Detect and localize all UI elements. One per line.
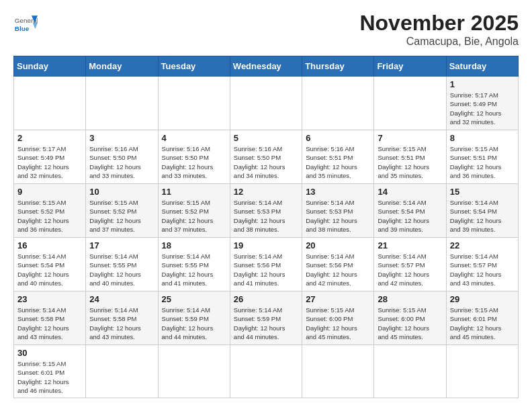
svg-text:Blue: Blue: [15, 25, 30, 32]
calendar-day-cell: 5Sunrise: 5:16 AM Sunset: 5:50 PM Daylig…: [230, 130, 302, 184]
day-info: Sunrise: 5:14 AM Sunset: 5:57 PM Dayligh…: [378, 252, 442, 287]
calendar-day-cell: 23Sunrise: 5:14 AM Sunset: 5:58 PM Dayli…: [14, 291, 86, 345]
calendar-week-row: 9Sunrise: 5:15 AM Sunset: 5:52 PM Daylig…: [14, 184, 519, 238]
day-number: 16: [17, 240, 82, 250]
day-number: 10: [89, 187, 154, 197]
calendar-day-cell: 14Sunrise: 5:14 AM Sunset: 5:54 PM Dayli…: [374, 184, 446, 238]
calendar-day-cell: 28Sunrise: 5:15 AM Sunset: 6:00 PM Dayli…: [374, 291, 446, 345]
day-number: 22: [450, 240, 515, 250]
month-year-title: November 2025: [359, 11, 519, 36]
day-info: Sunrise: 5:14 AM Sunset: 5:56 PM Dayligh…: [306, 252, 370, 287]
day-number: 3: [89, 133, 154, 143]
calendar-day-cell: 8Sunrise: 5:15 AM Sunset: 5:51 PM Daylig…: [446, 130, 518, 184]
calendar-day-cell: [14, 77, 86, 130]
calendar-day-cell: 17Sunrise: 5:14 AM Sunset: 5:55 PM Dayli…: [86, 238, 158, 291]
title-block: November 2025 Camacupa, Bie, Angola: [359, 11, 519, 48]
calendar-day-cell: 19Sunrise: 5:14 AM Sunset: 5:56 PM Dayli…: [230, 238, 302, 291]
day-info: Sunrise: 5:14 AM Sunset: 5:55 PM Dayligh…: [89, 252, 154, 287]
day-number: 23: [17, 294, 82, 304]
day-number: 11: [162, 187, 226, 197]
day-number: 19: [234, 240, 298, 250]
day-number: 1: [450, 79, 515, 89]
day-number: 5: [234, 133, 298, 143]
weekday-header-tuesday: Tuesday: [158, 56, 230, 77]
calendar-day-cell: [158, 345, 230, 398]
weekday-header-monday: Monday: [86, 56, 158, 77]
day-number: 21: [378, 240, 442, 250]
calendar-day-cell: 27Sunrise: 5:15 AM Sunset: 6:00 PM Dayli…: [302, 291, 374, 345]
day-info: Sunrise: 5:15 AM Sunset: 6:00 PM Dayligh…: [378, 306, 442, 341]
day-number: 7: [378, 133, 442, 143]
day-info: Sunrise: 5:14 AM Sunset: 5:54 PM Dayligh…: [17, 252, 82, 287]
day-number: 9: [17, 187, 82, 197]
calendar-week-row: 16Sunrise: 5:14 AM Sunset: 5:54 PM Dayli…: [14, 238, 519, 291]
day-info: Sunrise: 5:15 AM Sunset: 6:01 PM Dayligh…: [17, 359, 82, 395]
calendar-day-cell: [230, 77, 302, 130]
calendar-day-cell: [86, 345, 158, 398]
day-number: 17: [89, 240, 154, 250]
calendar-day-cell: [374, 345, 446, 398]
generalblue-logo-icon: General Blue: [13, 11, 38, 35]
calendar-day-cell: 20Sunrise: 5:14 AM Sunset: 5:56 PM Dayli…: [302, 238, 374, 291]
calendar-day-cell: 7Sunrise: 5:15 AM Sunset: 5:51 PM Daylig…: [374, 130, 446, 184]
day-info: Sunrise: 5:14 AM Sunset: 5:54 PM Dayligh…: [378, 198, 442, 234]
day-info: Sunrise: 5:14 AM Sunset: 5:58 PM Dayligh…: [89, 306, 154, 341]
day-info: Sunrise: 5:16 AM Sunset: 5:50 PM Dayligh…: [234, 144, 298, 180]
day-info: Sunrise: 5:15 AM Sunset: 5:52 PM Dayligh…: [17, 198, 82, 234]
calendar-day-cell: 22Sunrise: 5:14 AM Sunset: 5:57 PM Dayli…: [446, 238, 518, 291]
calendar-day-cell: [374, 77, 446, 130]
day-info: Sunrise: 5:17 AM Sunset: 5:49 PM Dayligh…: [450, 91, 515, 126]
day-number: 8: [450, 133, 515, 143]
weekday-header-friday: Friday: [374, 56, 446, 77]
day-info: Sunrise: 5:14 AM Sunset: 5:58 PM Dayligh…: [17, 306, 82, 341]
calendar-week-row: 1Sunrise: 5:17 AM Sunset: 5:49 PM Daylig…: [14, 77, 519, 130]
calendar-day-cell: 9Sunrise: 5:15 AM Sunset: 5:52 PM Daylig…: [14, 184, 86, 238]
calendar-week-row: 2Sunrise: 5:17 AM Sunset: 5:49 PM Daylig…: [14, 130, 519, 184]
calendar-day-cell: [86, 77, 158, 130]
day-number: 18: [162, 240, 226, 250]
day-number: 30: [17, 348, 82, 358]
calendar-week-row: 23Sunrise: 5:14 AM Sunset: 5:58 PM Dayli…: [14, 291, 519, 345]
location-subtitle: Camacupa, Bie, Angola: [359, 36, 519, 48]
weekday-header-thursday: Thursday: [302, 56, 374, 77]
day-number: 12: [234, 187, 298, 197]
calendar-day-cell: 13Sunrise: 5:14 AM Sunset: 5:53 PM Dayli…: [302, 184, 374, 238]
day-number: 20: [306, 240, 370, 250]
calendar-day-cell: [302, 77, 374, 130]
day-info: Sunrise: 5:16 AM Sunset: 5:51 PM Dayligh…: [306, 144, 370, 180]
day-number: 24: [89, 294, 154, 304]
calendar-day-cell: 3Sunrise: 5:16 AM Sunset: 5:50 PM Daylig…: [86, 130, 158, 184]
day-number: 27: [306, 294, 370, 304]
logo: General Blue: [13, 11, 38, 35]
day-info: Sunrise: 5:14 AM Sunset: 5:53 PM Dayligh…: [306, 198, 370, 234]
calendar-header: SundayMondayTuesdayWednesdayThursdayFrid…: [14, 56, 519, 77]
calendar-day-cell: 1Sunrise: 5:17 AM Sunset: 5:49 PM Daylig…: [446, 77, 518, 130]
day-info: Sunrise: 5:15 AM Sunset: 5:52 PM Dayligh…: [89, 198, 154, 234]
day-info: Sunrise: 5:14 AM Sunset: 5:59 PM Dayligh…: [162, 306, 226, 341]
calendar-day-cell: [446, 345, 518, 398]
calendar-day-cell: 24Sunrise: 5:14 AM Sunset: 5:58 PM Dayli…: [86, 291, 158, 345]
weekday-header-wednesday: Wednesday: [230, 56, 302, 77]
day-info: Sunrise: 5:14 AM Sunset: 5:55 PM Dayligh…: [162, 252, 226, 287]
calendar-day-cell: 16Sunrise: 5:14 AM Sunset: 5:54 PM Dayli…: [14, 238, 86, 291]
day-number: 2: [17, 133, 82, 143]
svg-marker-3: [33, 23, 38, 29]
calendar-day-cell: [230, 345, 302, 398]
day-info: Sunrise: 5:15 AM Sunset: 5:52 PM Dayligh…: [162, 198, 226, 234]
day-info: Sunrise: 5:15 AM Sunset: 5:51 PM Dayligh…: [450, 144, 515, 180]
calendar-day-cell: [302, 345, 374, 398]
calendar-week-row: 30Sunrise: 5:15 AM Sunset: 6:01 PM Dayli…: [14, 345, 519, 398]
day-number: 4: [162, 133, 226, 143]
calendar-day-cell: 12Sunrise: 5:14 AM Sunset: 5:53 PM Dayli…: [230, 184, 302, 238]
day-info: Sunrise: 5:15 AM Sunset: 5:51 PM Dayligh…: [378, 144, 442, 180]
day-number: 29: [450, 294, 515, 304]
weekday-header-sunday: Sunday: [14, 56, 86, 77]
day-info: Sunrise: 5:14 AM Sunset: 5:57 PM Dayligh…: [450, 252, 515, 287]
day-info: Sunrise: 5:16 AM Sunset: 5:50 PM Dayligh…: [89, 144, 154, 180]
calendar-day-cell: 30Sunrise: 5:15 AM Sunset: 6:01 PM Dayli…: [14, 345, 86, 398]
day-number: 26: [234, 294, 298, 304]
day-info: Sunrise: 5:14 AM Sunset: 5:54 PM Dayligh…: [450, 198, 515, 234]
calendar-day-cell: 25Sunrise: 5:14 AM Sunset: 5:59 PM Dayli…: [158, 291, 230, 345]
day-info: Sunrise: 5:14 AM Sunset: 5:56 PM Dayligh…: [234, 252, 298, 287]
calendar-day-cell: [158, 77, 230, 130]
